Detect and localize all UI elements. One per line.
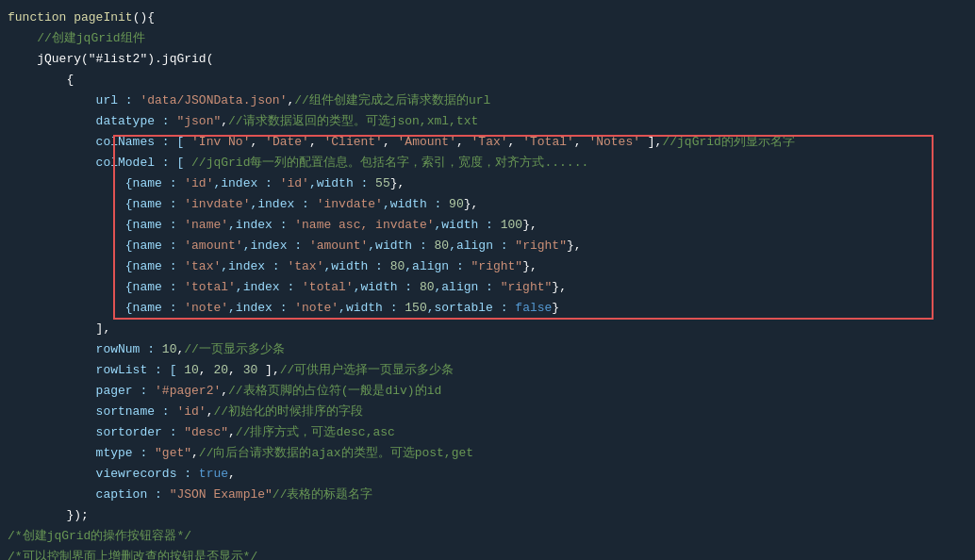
code-segment: 'amount' <box>309 239 368 253</box>
code-segment: function <box>8 10 74 25</box>
code-segment: ,index : <box>221 259 287 273</box>
code-segment: //创建jqGrid组件 <box>37 31 144 45</box>
code-segment: 'tax' <box>287 259 323 273</box>
code-segment: ], <box>257 363 279 377</box>
code-segment: }, <box>552 280 567 294</box>
code-segment: ,index : <box>228 218 294 232</box>
code-segment: 'Notes' <box>588 135 640 149</box>
code-segment: , <box>228 467 236 481</box>
code-line: ], <box>0 319 975 339</box>
code-segment: {name : <box>8 239 184 253</box>
line-content: sortorder : "desc",//排序方式，可选desc,asc <box>0 423 975 442</box>
code-segment: 90 <box>449 197 464 211</box>
code-segment: colNames : [ <box>8 135 191 149</box>
code-segment: pager : <box>8 384 155 398</box>
code-segment: //表格的标题名字 <box>273 487 373 502</box>
line-content: rowNum : 10,//一页显示多少条 <box>0 340 975 359</box>
line-content: viewrecords : true, <box>0 465 975 484</box>
code-segment: //组件创建完成之后请求数据的url <box>294 93 490 107</box>
code-segment: 55 <box>375 176 390 190</box>
code-segment: 100 <box>501 218 522 232</box>
code-segment: {name : <box>8 176 184 190</box>
code-line: viewrecords : true, <box>0 464 975 485</box>
code-segment: 'Amount' <box>398 135 456 149</box>
line-content: ], <box>0 320 975 338</box>
code-segment: 'tax' <box>184 259 221 273</box>
code-segment: }, <box>390 176 405 190</box>
code-segment: 'note' <box>294 301 339 315</box>
code-line: pager : '#pager2',//表格页脚的占位符(一般是div)的id <box>0 381 975 402</box>
code-segment: 'invdate' <box>184 197 250 211</box>
code-segment: false <box>515 301 552 315</box>
code-segment: mtype : <box>8 446 155 460</box>
code-line: caption : "JSON Example"//表格的标题名字 <box>0 485 975 505</box>
code-segment: }, <box>567 239 582 253</box>
code-segment: ,width : <box>323 259 389 273</box>
code-segment: ,width : <box>435 218 501 232</box>
code-segment: '#pager2' <box>155 384 221 398</box>
code-line: sortname : 'id',//初始化的时候排序的字段 <box>0 402 975 422</box>
code-line: {name : 'name',index : 'name asc, invdat… <box>0 215 975 236</box>
code-segment: "get" <box>155 446 191 460</box>
line-content: function pageInit(){ <box>0 8 975 27</box>
code-segment: pageInit <box>74 10 132 25</box>
code-segment: //排序方式，可选desc,asc <box>236 425 395 439</box>
code-segment: 'total' <box>184 280 236 294</box>
code-segment: colModel : [ <box>8 156 191 170</box>
code-segment: 'Inv No' <box>191 135 250 149</box>
code-segment: 'invdate' <box>317 197 383 211</box>
line-content: sortname : 'id',//初始化的时候排序的字段 <box>0 403 975 421</box>
code-segment: ,index : <box>243 239 309 253</box>
code-segment: }, <box>522 218 537 232</box>
line-content: //创建jqGrid组件 <box>0 29 975 48</box>
code-segment: "desc" <box>184 425 228 439</box>
line-content: jQuery("#list2").jqGrid( <box>0 50 975 69</box>
code-segment: 'Client' <box>324 135 383 149</box>
code-segment: 30 <box>243 363 258 377</box>
code-segment: 'id' <box>280 176 309 190</box>
code-segment: caption : <box>8 487 170 502</box>
code-segment: {name : <box>8 301 184 315</box>
code-segment: 'data/JSONData.json' <box>140 93 287 107</box>
code-segment: 10 <box>162 342 177 356</box>
code-line: {name : 'amount',index : 'amount',width … <box>0 236 975 256</box>
code-segment: 'name' <box>184 218 228 232</box>
code-line: //创建jqGrid组件 <box>0 28 975 49</box>
code-segment: , <box>456 135 471 149</box>
line-content: {name : 'id',index : 'id',width : 55}, <box>0 174 975 193</box>
code-segment: ,index : <box>250 197 316 211</box>
code-segment: 80 <box>435 239 450 253</box>
code-segment: ,sortable : <box>427 301 516 315</box>
line-content: caption : "JSON Example"//表格的标题名字 <box>0 486 975 504</box>
code-line: rowNum : 10,//一页显示多少条 <box>0 339 975 360</box>
line-content: datatype : "json",//请求数据返回的类型。可选json,xml… <box>0 112 975 131</box>
line-content: colNames : [ 'Inv No', 'Date', 'Client',… <box>0 133 975 152</box>
code-segment: /*创建jqGrid的操作按钮容器*/ <box>8 529 191 543</box>
code-line: sortorder : "desc",//排序方式，可选desc,asc <box>0 422 975 443</box>
code-segment: //表格页脚的占位符(一般是div)的id <box>228 384 441 398</box>
code-line: /*创建jqGrid的操作按钮容器*/ <box>0 526 975 547</box>
code-segment: { <box>8 73 74 87</box>
line-content: pager : '#pager2',//表格页脚的占位符(一般是div)的id <box>0 382 975 401</box>
code-segment: {name : <box>8 259 184 273</box>
code-segment: ,index : <box>236 280 302 294</box>
line-content: { <box>0 71 975 90</box>
code-segment: , <box>228 425 236 439</box>
code-segment: {name : <box>8 280 184 294</box>
code-segment: 'Date' <box>265 135 309 149</box>
code-segment <box>8 31 37 45</box>
line-content: {name : 'name',index : 'name asc, invdat… <box>0 216 975 235</box>
code-segment: 10 <box>184 363 199 377</box>
line-content: {name : 'amount',index : 'amount',width … <box>0 237 975 255</box>
code-line: {name : 'total',index : 'total',width : … <box>0 277 975 298</box>
code-line: mtype : "get",//向后台请求数据的ajax的类型。可选post,g… <box>0 443 975 464</box>
line-content: url : 'data/JSONData.json',//组件创建完成之后请求数… <box>0 91 975 110</box>
code-segment: {name : <box>8 197 184 211</box>
code-segment: , <box>508 135 523 149</box>
line-content: }); <box>0 506 975 525</box>
code-container: function pageInit(){ //创建jqGrid组件 jQuery… <box>0 0 975 560</box>
code-line: { <box>0 70 975 91</box>
code-segment: 'id' <box>176 404 206 419</box>
code-line: {name : 'id',index : 'id',width : 55}, <box>0 173 975 194</box>
code-segment: 'id' <box>184 176 213 190</box>
